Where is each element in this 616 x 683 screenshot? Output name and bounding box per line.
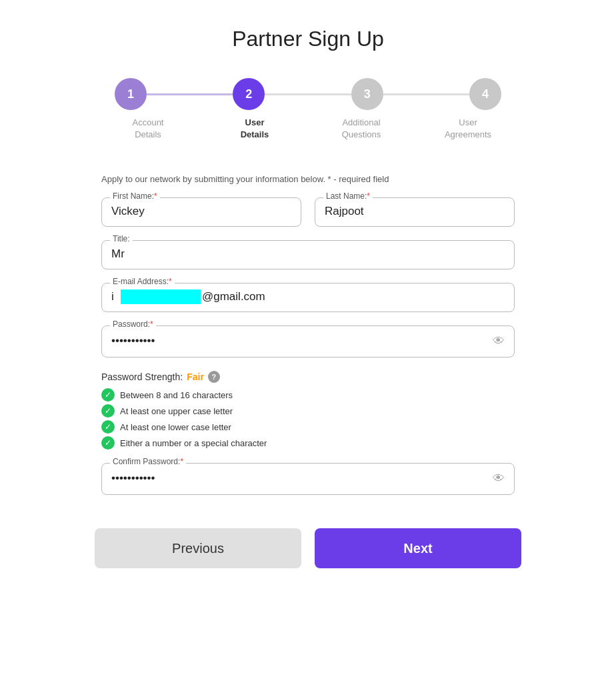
step-label-1: AccountDetails bbox=[115, 117, 181, 141]
form-description: Apply to our network by submitting your … bbox=[101, 174, 515, 184]
name-row: First Name:* Last Name:* bbox=[101, 197, 515, 227]
confirm-password-row: Confirm Password:* 👁 bbox=[101, 463, 515, 495]
step-circle-2: 2 bbox=[233, 78, 265, 110]
check-icon-1: ✓ bbox=[101, 388, 115, 402]
password-strength-section: Password Strength: Fair ? ✓ Between 8 an… bbox=[101, 371, 515, 450]
step-label-4: UserAgreements bbox=[435, 117, 501, 141]
stepper-labels: AccountDetails UserDetails AdditionalQue… bbox=[115, 117, 501, 141]
confirm-password-input[interactable] bbox=[111, 469, 493, 488]
password-label: Password:* bbox=[110, 319, 156, 329]
title-label: Title: bbox=[110, 234, 133, 243]
title-input[interactable] bbox=[111, 246, 505, 262]
step-circle-1: 1 bbox=[115, 78, 147, 110]
form-container: Apply to our network by submitting your … bbox=[95, 174, 521, 508]
rule-2: ✓ At least one upper case letter bbox=[101, 404, 515, 418]
confirm-password-input-row: 👁 bbox=[111, 469, 505, 488]
password-toggle-icon[interactable]: 👁 bbox=[493, 334, 505, 348]
password-row: Password:* 👁 bbox=[101, 325, 515, 358]
last-name-label: Last Name:* bbox=[323, 191, 373, 201]
step-circle-3: 3 bbox=[351, 78, 383, 110]
email-field: E-mail Address:* @gmail.com bbox=[101, 283, 515, 312]
first-name-field: First Name:* bbox=[101, 197, 301, 227]
check-icon-2: ✓ bbox=[101, 404, 115, 418]
password-strength-label: Password Strength: Fair ? bbox=[101, 371, 515, 383]
page-title: Partner Sign Up bbox=[232, 27, 384, 51]
stepper: 1 2 3 4 AccountDetails UserDetails Addit… bbox=[115, 78, 501, 141]
password-input[interactable] bbox=[111, 331, 493, 350]
check-icon-3: ✓ bbox=[101, 420, 115, 434]
email-label: E-mail Address:* bbox=[110, 277, 175, 286]
email-input-row: @gmail.com bbox=[111, 289, 505, 305]
step-circle-4: 4 bbox=[469, 78, 501, 110]
first-name-input[interactable] bbox=[111, 203, 291, 219]
strength-value: Fair bbox=[187, 372, 204, 382]
confirm-password-label: Confirm Password:* bbox=[110, 457, 186, 466]
first-name-label: First Name:* bbox=[110, 191, 160, 201]
nav-buttons: Previous Next bbox=[95, 528, 521, 588]
rule-4: ✓ Either a number or a special character bbox=[101, 436, 515, 450]
connector-1-2 bbox=[147, 93, 233, 95]
rule-3: ✓ At least one lower case letter bbox=[101, 420, 515, 434]
email-row: E-mail Address:* @gmail.com bbox=[101, 283, 515, 312]
strength-rules: ✓ Between 8 and 16 characters ✓ At least… bbox=[101, 388, 515, 450]
next-button[interactable]: Next bbox=[315, 528, 521, 568]
page-container: Partner Sign Up 1 2 3 4 AccountDetails U… bbox=[0, 0, 616, 683]
title-row: Title: bbox=[101, 240, 515, 269]
email-input[interactable] bbox=[111, 289, 119, 305]
last-name-field: Last Name:* bbox=[315, 197, 515, 227]
password-input-row: 👁 bbox=[111, 331, 505, 350]
connector-2-3 bbox=[265, 93, 351, 95]
step-label-2: UserDetails bbox=[221, 117, 288, 141]
email-highlight bbox=[121, 289, 201, 304]
password-field: Password:* 👁 bbox=[101, 325, 515, 358]
step-label-3: AdditionalQuestions bbox=[328, 117, 395, 141]
confirm-password-toggle-icon[interactable]: 👁 bbox=[493, 472, 505, 486]
last-name-input[interactable] bbox=[325, 203, 505, 219]
title-field: Title: bbox=[101, 240, 515, 269]
previous-button[interactable]: Previous bbox=[95, 528, 301, 568]
check-icon-4: ✓ bbox=[101, 436, 115, 450]
help-icon[interactable]: ? bbox=[208, 371, 220, 383]
email-suffix: @gmail.com bbox=[202, 290, 265, 303]
connector-3-4 bbox=[383, 93, 469, 95]
stepper-row: 1 2 3 4 bbox=[115, 78, 501, 110]
confirm-password-field: Confirm Password:* 👁 bbox=[101, 463, 515, 495]
rule-1: ✓ Between 8 and 16 characters bbox=[101, 388, 515, 402]
